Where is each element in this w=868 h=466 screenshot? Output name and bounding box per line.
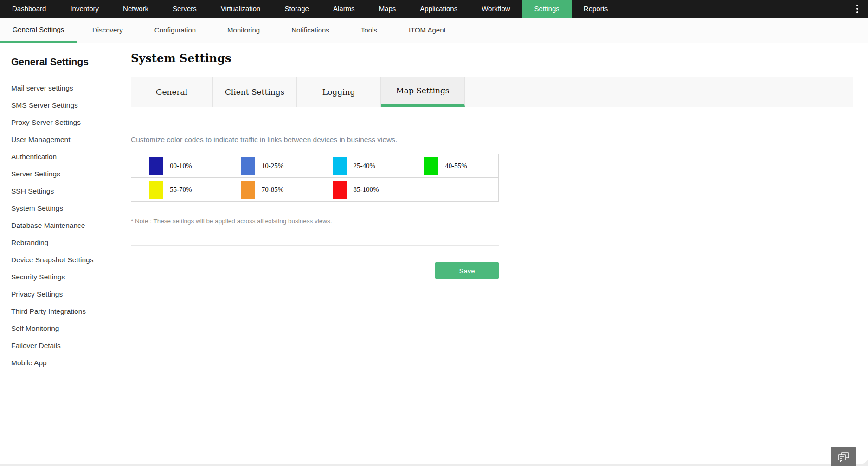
sidebar-item-ssh-settings[interactable]: SSH Settings [11,182,115,200]
save-button[interactable]: Save [435,262,499,279]
traffic-color-cell-40-55%[interactable]: 40-55% [406,154,498,178]
subnav-item-discovery[interactable]: Discovery [77,18,139,43]
traffic-color-cell-25-40%[interactable]: 25-40% [315,154,407,178]
traffic-color-cell-55-70%[interactable]: 55-70% [131,178,223,201]
main-panel: System Settings GeneralClient SettingsLo… [115,43,868,464]
range-label: 40-55% [445,162,467,170]
empty-cell [406,178,498,201]
topnav-item-servers[interactable]: Servers [161,0,209,18]
sidebar-item-sms-server-settings[interactable]: SMS Server Settings [11,97,115,114]
tab-general[interactable]: General [131,77,213,107]
subnav-item-configuration[interactable]: Configuration [139,18,212,43]
divider [131,245,499,246]
sidebar-item-security-settings[interactable]: Security Settings [11,268,115,285]
traffic-color-cell-00-10%[interactable]: 00-10% [131,154,223,178]
feedback-button[interactable] [831,447,856,466]
tab-logging[interactable]: Logging [297,77,381,107]
sidebar-item-database-maintenance[interactable]: Database Maintenance [11,217,115,234]
color-swatch[interactable] [241,181,255,199]
topnav-item-settings[interactable]: Settings [522,0,572,18]
sidebar-item-mail-server-settings[interactable]: Mail server settings [11,79,115,97]
traffic-color-table: 00-10% 10-25% 25-40% 40-55% 55-70% 70-85… [131,154,499,202]
traffic-color-cell-85-100%[interactable]: 85-100% [315,178,407,201]
sidebar-item-server-settings[interactable]: Server Settings [11,165,115,182]
color-swatch[interactable] [149,157,163,175]
topnav-item-maps[interactable]: Maps [367,0,408,18]
content-area: General Settings Mail server settingsSMS… [0,43,868,464]
topnav-item-alarms[interactable]: Alarms [321,0,367,18]
sidebar-item-third-party-integrations[interactable]: Third Party Integrations [11,303,115,320]
range-label: 85-100% [354,186,379,194]
chat-feedback-icon [836,451,850,465]
topnav-item-workflow[interactable]: Workflow [469,0,522,18]
description-text: Customize color codes to indicate traffi… [131,136,853,144]
color-swatch[interactable] [149,181,163,199]
page-title: System Settings [131,52,853,65]
kebab-menu-icon[interactable] [847,0,868,18]
topnav-item-dashboard[interactable]: Dashboard [0,0,58,18]
color-swatch[interactable] [241,157,255,175]
sidebar-item-device-snapshot-settings[interactable]: Device Snapshot Settings [11,251,115,268]
subnav-item-itom-agent[interactable]: ITOM Agent [393,18,462,43]
sidebar-item-rebranding[interactable]: Rebranding [11,234,115,251]
traffic-color-cell-10-25%[interactable]: 10-25% [223,154,315,178]
color-swatch[interactable] [333,181,347,199]
tab-bar: GeneralClient SettingsLoggingMap Setting… [131,77,853,107]
save-button-row: Save [131,262,499,279]
sidebar-item-list: Mail server settingsSMS Server SettingsP… [11,79,115,371]
sidebar-item-user-management[interactable]: User Management [11,131,115,148]
topnav-item-reports[interactable]: Reports [572,0,620,18]
settings-sidebar: General Settings Mail server settingsSMS… [0,43,115,464]
sidebar-item-proxy-server-settings[interactable]: Proxy Server Settings [11,114,115,131]
sidebar-item-mobile-app[interactable]: Mobile App [11,354,115,371]
subnav-item-monitoring[interactable]: Monitoring [212,18,276,43]
range-label: 55-70% [170,186,192,194]
traffic-color-cell-70-85%[interactable]: 70-85% [223,178,315,201]
topnav-item-inventory[interactable]: Inventory [58,0,111,18]
tab-map-settings[interactable]: Map Settings [381,77,465,107]
range-label: 25-40% [354,162,376,170]
range-label: 00-10% [170,162,192,170]
subnav-item-notifications[interactable]: Notifications [276,18,345,43]
sidebar-heading: General Settings [11,56,115,67]
topnav-item-storage[interactable]: Storage [272,0,321,18]
topnav-item-applications[interactable]: Applications [408,0,469,18]
note-text: * Note : These settings will be applied … [131,218,853,225]
subnav-item-general-settings[interactable]: General Settings [0,18,77,43]
color-swatch[interactable] [333,157,347,175]
topnav-item-network[interactable]: Network [111,0,161,18]
sidebar-item-failover-details[interactable]: Failover Details [11,337,115,354]
sidebar-item-system-settings[interactable]: System Settings [11,200,115,217]
sidebar-item-self-monitoring[interactable]: Self Monitoring [11,320,115,337]
topnav-item-virtualization[interactable]: Virtualization [209,0,273,18]
secondary-navigation: General SettingsDiscoveryConfigurationMo… [0,18,868,43]
subnav-item-tools[interactable]: Tools [345,18,393,43]
color-swatch[interactable] [424,157,438,175]
sidebar-item-privacy-settings[interactable]: Privacy Settings [11,285,115,303]
top-navigation-bar: DashboardInventoryNetworkServersVirtuali… [0,0,868,18]
range-label: 70-85% [262,186,284,194]
tab-bar-filler [465,77,853,107]
tab-client-settings[interactable]: Client Settings [213,77,297,107]
sidebar-item-authentication[interactable]: Authentication [11,148,115,165]
range-label: 10-25% [262,162,284,170]
top-nav-items: DashboardInventoryNetworkServersVirtuali… [0,0,620,18]
